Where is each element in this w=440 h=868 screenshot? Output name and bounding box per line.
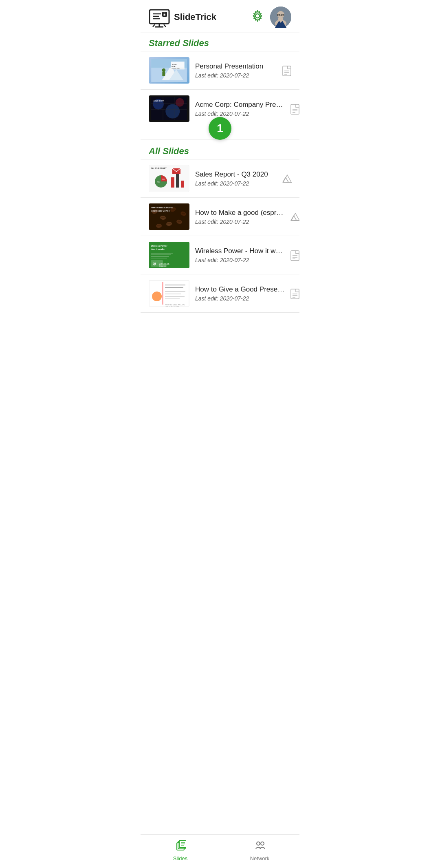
all-slides-section: All Slides SALES REPORT 74% 26% [141, 139, 299, 313]
pdf-icon-acme [290, 104, 299, 114]
svg-text:ACME CORP: ACME CORP [153, 100, 164, 102]
svg-point-39 [176, 98, 184, 107]
svg-line-11 [153, 24, 155, 27]
svg-rect-56 [181, 181, 184, 188]
svg-text:How To Make a Good: How To Make a Good [151, 206, 173, 209]
settings-icon[interactable] [251, 10, 264, 25]
all-presentation-date: Last edit: 2020-07-22 [195, 295, 285, 302]
all-item-wireless[interactable]: Wireless Power How it works Qi WIRELESS … [141, 236, 299, 274]
all-wireless-info: Wireless Power - How it works Last edit:… [195, 247, 285, 263]
starred-item-acme[interactable]: ACME CORP Acme Corp: Company Presentatio… [141, 90, 299, 128]
svg-point-99 [152, 292, 162, 301]
thumb-presentation: HOW TO GIVE A GOOD PRESENTATION [149, 280, 189, 307]
svg-text:Wireless Power: Wireless Power [151, 245, 167, 247]
svg-point-13 [255, 14, 260, 18]
all-presentation-title: How to Give a Good Presentation [195, 285, 285, 294]
svg-text:How it works: How it works [151, 248, 165, 250]
all-coffee-title: How to Make a good (espresso) c… [195, 209, 285, 217]
app-logo [149, 7, 170, 28]
starred-personal-info: Personal Presentation Last edit: 2020-07… [195, 62, 277, 79]
svg-rect-54 [171, 177, 174, 188]
svg-text:POWER: POWER [159, 265, 167, 267]
svg-text:Qi: Qi [153, 262, 156, 265]
all-sales-info: Sales Report - Q3 2020 Last edit: 2020-0… [195, 170, 277, 187]
svg-text:SALES REPORT: SALES REPORT [151, 167, 167, 170]
header-actions [251, 7, 291, 28]
all-wireless-title: Wireless Power - How it works [195, 247, 285, 255]
thumb-coffee: How To Make a Good (espresso) Coffee [149, 203, 189, 230]
svg-rect-17 [278, 18, 283, 20]
logo-area: SlideTrick [149, 7, 216, 28]
app-header: SlideTrick [141, 0, 299, 33]
svg-rect-55 [176, 173, 179, 188]
starred-acme-date: Last edit: 2020-07-22 [195, 110, 285, 117]
svg-line-12 [164, 24, 166, 27]
svg-text:Personal Slide: Personal Slide [172, 68, 180, 69]
svg-point-38 [165, 104, 180, 119]
starred-personal-title: Personal Presentation [195, 62, 277, 71]
svg-text:26%: 26% [162, 179, 165, 180]
thumb-acme: ACME CORP [149, 95, 189, 122]
svg-rect-26 [162, 72, 165, 76]
bottom-navigation: Slides Network [141, 834, 299, 868]
network-tab-label: Network [250, 855, 270, 861]
drive-icon-coffee [290, 213, 299, 221]
svg-text:DOE: DOE [172, 66, 176, 68]
svg-point-120 [261, 842, 264, 845]
starred-section-title: Starred Slides [141, 33, 299, 51]
slides-tab-icon [175, 839, 186, 854]
svg-text:PRESENTATION: PRESENTATION [165, 306, 179, 307]
tab-slides[interactable]: Slides [141, 835, 220, 868]
starred-acme-info: Acme Corp: Company Presentation Last edi… [195, 101, 285, 117]
thumb-sales: SALES REPORT 74% 26% [149, 165, 189, 192]
svg-text:(espresso) Coffee: (espresso) Coffee [151, 210, 169, 212]
starred-item-personal[interactable]: JOHN DOE Personal Slide Personal Present… [141, 51, 299, 90]
starred-section: Starred Slides JOHN [141, 33, 299, 128]
all-wireless-date: Last edit: 2020-07-22 [195, 257, 285, 263]
svg-rect-4 [163, 12, 167, 16]
all-item-coffee[interactable]: How To Make a Good (espresso) Coffee How… [141, 198, 299, 236]
svg-marker-58 [283, 175, 291, 182]
starred-acme-title: Acme Corp: Company Presentation [195, 101, 285, 109]
svg-point-119 [257, 842, 260, 845]
svg-marker-79 [291, 213, 299, 221]
empty-area [141, 313, 299, 362]
network-tab-icon [254, 839, 266, 854]
pdf-icon-wireless [290, 250, 299, 260]
all-coffee-info: How to Make a good (espresso) c… Last ed… [195, 209, 285, 225]
all-item-presentation[interactable]: HOW TO GIVE A GOOD PRESENTATION How to G… [141, 274, 299, 313]
svg-point-25 [162, 68, 165, 72]
all-slides-title: All Slides [141, 141, 299, 159]
notification-badge: 1 [209, 117, 231, 140]
thumb-personal: JOHN DOE Personal Slide [149, 57, 189, 84]
all-presentation-info: How to Give a Good Presentation Last edi… [195, 285, 285, 302]
svg-rect-100 [162, 282, 163, 305]
all-sales-title: Sales Report - Q3 2020 [195, 170, 277, 179]
all-sales-date: Last edit: 2020-07-22 [195, 180, 277, 187]
tab-network[interactable]: Network [220, 835, 299, 868]
slides-tab-label: Slides [173, 855, 187, 861]
pdf-icon-personal [282, 66, 291, 75]
svg-text:JOHN: JOHN [172, 64, 176, 66]
avatar[interactable] [270, 7, 291, 28]
svg-text:74%: 74% [157, 181, 160, 183]
starred-personal-date: Last edit: 2020-07-22 [195, 72, 277, 79]
all-coffee-date: Last edit: 2020-07-22 [195, 219, 285, 225]
app-title: SlideTrick [174, 12, 216, 22]
all-item-sales[interactable]: SALES REPORT 74% 26% Sales Report - Q3 [141, 159, 299, 198]
svg-point-15 [277, 11, 284, 18]
pdf-icon-presentation [290, 289, 299, 298]
thumb-wireless: Wireless Power How it works Qi WIRELESS … [149, 242, 189, 268]
content-area: Starred Slides JOHN [141, 33, 299, 834]
drive-icon-sales [282, 174, 291, 183]
